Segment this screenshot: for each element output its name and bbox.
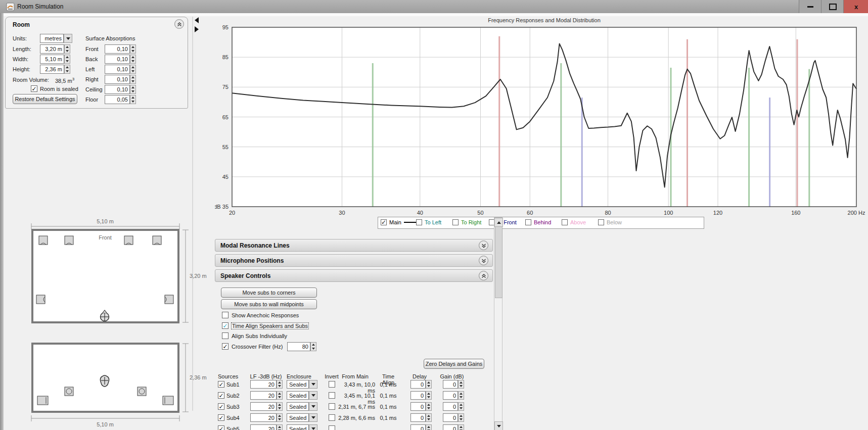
- legend-above-checkbox[interactable]: [562, 219, 568, 225]
- absorption-floor-spinner[interactable]: [130, 95, 136, 104]
- units-dropdown-button[interactable]: [64, 34, 72, 43]
- lf-cutoff-field[interactable]: 20: [250, 402, 277, 411]
- absorption-ceiling-field[interactable]: 0,10: [105, 85, 130, 94]
- section-modal-resonance-lines[interactable]: Modal Resonance Lines: [215, 239, 493, 252]
- enclosure-select-value[interactable]: Sealed: [287, 402, 309, 411]
- absorption-front-field[interactable]: 0,10: [105, 44, 130, 54]
- delay-field[interactable]: 0: [410, 413, 426, 422]
- expand-section-button[interactable]: [479, 256, 488, 265]
- speaker-mid-right[interactable]: [138, 387, 146, 396]
- absorption-front-spinner[interactable]: [130, 44, 136, 54]
- crossover-frequency-spinner[interactable]: [310, 342, 316, 351]
- gain-spinner[interactable]: [458, 424, 464, 430]
- gain-field[interactable]: 0: [443, 413, 458, 422]
- enclosure-dropdown-button[interactable]: [309, 413, 317, 422]
- time-align-checkbox[interactable]: [222, 322, 229, 329]
- legend-item-to-left[interactable]: To Left: [416, 219, 441, 225]
- collapse-left-arrow-icon[interactable]: [195, 17, 199, 23]
- absorption-ceiling-spinner[interactable]: [130, 85, 136, 94]
- absorption-right-spinner[interactable]: [130, 75, 136, 84]
- expand-section-button[interactable]: [479, 241, 488, 250]
- lf-cutoff-spinner[interactable]: [277, 391, 283, 400]
- maximize-button[interactable]: [821, 0, 844, 13]
- lf-cutoff-spinner[interactable]: [277, 413, 283, 422]
- zero-delays-and-gains-button[interactable]: Zero Delays and Gains: [424, 359, 484, 369]
- delay-field[interactable]: 0: [410, 402, 426, 411]
- enclosure-dropdown-button[interactable]: [309, 424, 317, 430]
- enclosure-select-value[interactable]: Sealed: [287, 424, 309, 430]
- scrollbar-thumb[interactable]: [495, 226, 502, 298]
- gain-spinner[interactable]: [458, 413, 464, 422]
- delay-spinner[interactable]: [426, 402, 432, 411]
- expand-right-arrow-icon[interactable]: [195, 26, 199, 32]
- align-subs-individually-checkbox[interactable]: [222, 332, 229, 339]
- gain-field[interactable]: 0: [443, 424, 458, 430]
- legend-to-right-checkbox[interactable]: [452, 219, 459, 225]
- invert-checkbox[interactable]: [329, 425, 335, 430]
- gain-field[interactable]: 0: [443, 391, 458, 400]
- lf-cutoff-spinner[interactable]: [277, 380, 283, 389]
- lf-cutoff-spinner[interactable]: [277, 402, 283, 411]
- minimize-button[interactable]: [799, 0, 821, 13]
- sub2-enabled-checkbox[interactable]: [218, 392, 224, 399]
- invert-checkbox[interactable]: [329, 403, 335, 410]
- speaker-side-right[interactable]: [165, 295, 173, 304]
- speaker-front-right-wide[interactable]: [153, 236, 161, 245]
- delay-spinner[interactable]: [426, 413, 432, 422]
- delay-field[interactable]: 0: [410, 424, 426, 430]
- width-field[interactable]: 5,10 m: [40, 55, 64, 64]
- enclosure-dropdown-button[interactable]: [309, 391, 317, 400]
- legend-to-left-checkbox[interactable]: [416, 219, 422, 225]
- gain-spinner[interactable]: [458, 391, 464, 400]
- crossover-filter-checkbox[interactable]: [222, 343, 229, 350]
- gain-field[interactable]: 0: [443, 402, 458, 411]
- absorption-back-field[interactable]: 0,10: [105, 55, 130, 64]
- speaker-front-right[interactable]: [124, 236, 133, 245]
- room-sealed-checkbox[interactable]: [31, 85, 37, 92]
- sub1-enabled-checkbox[interactable]: [218, 381, 224, 388]
- close-button[interactable]: x: [843, 0, 868, 13]
- sub-floor-right[interactable]: [163, 396, 173, 405]
- move-subs-to-wall-midpoints-button[interactable]: Move subs to wall midpoints: [221, 299, 317, 309]
- gain-field[interactable]: 0: [443, 380, 458, 389]
- section-speaker-controls[interactable]: Speaker Controls: [215, 269, 493, 282]
- restore-defaults-button[interactable]: Restore Default Settings: [13, 94, 77, 104]
- length-field[interactable]: 3,20 m: [40, 44, 64, 54]
- invert-checkbox[interactable]: [329, 392, 335, 399]
- enclosure-select-value[interactable]: Sealed: [287, 413, 309, 422]
- listener-head[interactable]: [100, 375, 109, 387]
- gain-spinner[interactable]: [458, 402, 464, 411]
- title-bar[interactable]: Room Simulation x: [0, 0, 868, 14]
- scroll-down-button[interactable]: [494, 421, 503, 430]
- legend-main-checkbox[interactable]: [381, 219, 387, 225]
- speaker-mid-left[interactable]: [65, 387, 73, 396]
- enclosure-dropdown-button[interactable]: [309, 402, 317, 411]
- legend-item-above[interactable]: Above: [562, 219, 586, 225]
- absorption-left-spinner[interactable]: [130, 65, 136, 74]
- invert-checkbox[interactable]: [329, 381, 335, 388]
- lf-cutoff-spinner[interactable]: [277, 424, 283, 430]
- sub5-enabled-checkbox[interactable]: [218, 425, 224, 430]
- legend-item-main[interactable]: Main: [381, 219, 417, 225]
- speaker-side-left[interactable]: [36, 295, 45, 304]
- lf-cutoff-field[interactable]: 20: [250, 424, 277, 430]
- absorption-right-field[interactable]: 0,10: [105, 75, 130, 84]
- height-spinner[interactable]: [64, 65, 70, 74]
- invert-checkbox[interactable]: [329, 414, 335, 421]
- legend-below-checkbox[interactable]: [598, 219, 604, 225]
- gain-spinner[interactable]: [458, 380, 464, 389]
- length-spinner[interactable]: [64, 44, 70, 54]
- sub-floor-left[interactable]: [37, 396, 48, 405]
- delay-field[interactable]: 0: [410, 391, 426, 400]
- enclosure-select-value[interactable]: Sealed: [287, 380, 309, 389]
- lf-cutoff-field[interactable]: 20: [250, 391, 277, 400]
- legend-item-behind[interactable]: Behind: [525, 219, 551, 225]
- section-microphone-positions[interactable]: Microphone Positions: [215, 254, 493, 267]
- height-field[interactable]: 2,36 m: [40, 65, 64, 74]
- units-select-value[interactable]: metres: [40, 34, 64, 43]
- speaker-front-left-wide[interactable]: [39, 236, 48, 245]
- absorption-back-spinner[interactable]: [130, 55, 136, 64]
- crossover-frequency-field[interactable]: 80: [287, 342, 310, 351]
- width-spinner[interactable]: [64, 55, 70, 64]
- scroll-up-button[interactable]: [494, 218, 503, 227]
